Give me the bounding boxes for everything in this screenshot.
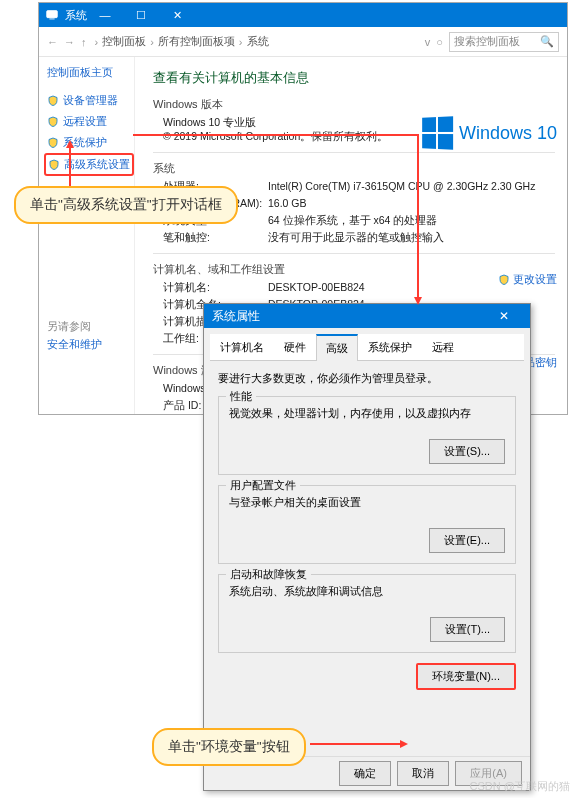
pcname-label: 计算机名: — [163, 281, 268, 295]
cancel-button[interactable]: 取消 — [397, 761, 449, 786]
windows-logo: Windows 10 — [421, 117, 557, 149]
section-name: 计算机名、域和工作组设置 — [153, 262, 555, 277]
sidebar-item-label: 远程设置 — [63, 114, 107, 129]
nav-up-icon[interactable]: ↑ — [81, 36, 87, 48]
system-icon — [45, 8, 59, 22]
sidebar-header[interactable]: 控制面板主页 — [47, 65, 134, 80]
windows-logo-icon — [422, 116, 453, 149]
nav-back-icon[interactable]: ← — [47, 36, 58, 48]
titlebar: 系统 — ☐ ✕ — [39, 3, 567, 27]
sidebar: 控制面板主页 设备管理器 远程设置 系统保护 高级系统设置 — [39, 57, 135, 414]
dialog-titlebar: 系统属性 ✕ — [204, 304, 530, 328]
sidebar-item-label: 高级系统设置 — [64, 157, 130, 172]
dialog-intro: 要进行大多数更改，你必须作为管理员登录。 — [218, 371, 516, 386]
group-profiles: 用户配置文件 与登录帐户相关的桌面设置 设置(E)... — [218, 485, 516, 564]
group-startup: 启动和故障恢复 系统启动、系统故障和调试信息 设置(T)... — [218, 574, 516, 653]
minimize-button[interactable]: — — [87, 3, 123, 27]
ok-button[interactable]: 确定 — [339, 761, 391, 786]
profile-settings-button[interactable]: 设置(E)... — [429, 528, 505, 553]
pen-label: 笔和触控: — [163, 231, 268, 245]
page-title: 查看有关计算机的基本信息 — [153, 69, 555, 87]
maximize-button[interactable]: ☐ — [123, 3, 159, 27]
tab-remote[interactable]: 远程 — [422, 334, 464, 360]
startup-settings-button[interactable]: 设置(T)... — [430, 617, 505, 642]
sidebar-item-label: 系统保护 — [63, 135, 107, 150]
group-performance: 性能 视觉效果，处理器计划，内存使用，以及虚拟内存 设置(S)... — [218, 396, 516, 475]
group-title: 启动和故障恢复 — [226, 567, 311, 582]
dialog-title: 系统属性 — [212, 308, 260, 325]
group-title: 用户配置文件 — [226, 478, 300, 493]
see-also-link[interactable]: 安全和维护 — [47, 338, 102, 352]
tabs: 计算机名 硬件 高级 系统保护 远程 — [210, 334, 524, 361]
shield-icon — [47, 116, 59, 128]
see-also-header: 另请参阅 — [47, 320, 102, 334]
annotation-1: 单击"高级系统设置"打开对话框 — [14, 186, 238, 224]
shield-icon — [48, 159, 60, 171]
window-controls: — ☐ ✕ — [87, 3, 195, 27]
svg-rect-1 — [49, 19, 54, 20]
window-title: 系统 — [65, 8, 87, 23]
perf-settings-button[interactable]: 设置(S)... — [429, 439, 505, 464]
breadcrumb[interactable]: › 控制面板 › 所有控制面板项 › 系统 — [95, 34, 419, 49]
section-version: Windows 版本 — [153, 97, 555, 112]
sidebar-item-label: 设备管理器 — [63, 93, 118, 108]
windows-logo-text: Windows 10 — [459, 123, 557, 144]
shield-icon — [47, 95, 59, 107]
watermark: CSDN @互联网的猫 — [470, 779, 570, 794]
svg-rect-0 — [47, 11, 58, 18]
search-input[interactable]: 搜索控制面板 🔍 — [449, 32, 559, 52]
tab-hardware[interactable]: 硬件 — [274, 334, 316, 360]
close-button[interactable]: ✕ — [159, 3, 195, 27]
shield-icon — [498, 274, 510, 286]
sidebar-item-advanced[interactable]: 高级系统设置 — [44, 153, 134, 176]
group-title: 性能 — [226, 389, 256, 404]
env-variables-button[interactable]: 环境变量(N)... — [416, 663, 516, 690]
annotation-2: 单击"环境变量"按钮 — [152, 728, 306, 766]
profile-desc: 与登录帐户相关的桌面设置 — [229, 496, 505, 510]
search-placeholder: 搜索控制面板 — [454, 34, 520, 49]
bc-item[interactable]: 系统 — [247, 34, 269, 49]
tab-advanced[interactable]: 高级 — [316, 334, 358, 361]
startup-desc: 系统启动、系统故障和调试信息 — [229, 585, 505, 599]
bc-item[interactable]: 所有控制面板项 — [158, 34, 235, 49]
see-also: 另请参阅 安全和维护 — [47, 320, 102, 352]
dialog-body: 要进行大多数更改，你必须作为管理员登录。 性能 视觉效果，处理器计划，内存使用，… — [204, 361, 530, 755]
ram-value: 16.0 GB — [268, 197, 307, 211]
tab-computer-name[interactable]: 计算机名 — [210, 334, 274, 360]
type-value: 64 位操作系统，基于 x64 的处理器 — [268, 214, 437, 228]
sidebar-item-device-manager[interactable]: 设备管理器 — [47, 90, 134, 111]
sidebar-item-remote[interactable]: 远程设置 — [47, 111, 134, 132]
change-settings-link[interactable]: 更改设置 — [498, 273, 557, 287]
cpu-value: Intel(R) Core(TM) i7-3615QM CPU @ 2.30GH… — [268, 180, 535, 194]
perf-desc: 视觉效果，处理器计划，内存使用，以及虚拟内存 — [229, 407, 505, 421]
tab-protection[interactable]: 系统保护 — [358, 334, 422, 360]
system-properties-dialog: 系统属性 ✕ 计算机名 硬件 高级 系统保护 远程 要进行大多数更改，你必须作为… — [203, 303, 531, 791]
shield-icon — [47, 137, 59, 149]
pcname-value: DESKTOP-00EB824 — [268, 281, 365, 295]
navbar: ← → ↑ › 控制面板 › 所有控制面板项 › 系统 v ○ 搜索控制面板 🔍 — [39, 27, 567, 57]
bc-item[interactable]: 控制面板 — [102, 34, 146, 49]
dialog-close-button[interactable]: ✕ — [486, 309, 522, 323]
sidebar-item-protection[interactable]: 系统保护 — [47, 132, 134, 153]
pen-value: 没有可用于此显示器的笔或触控输入 — [268, 231, 444, 245]
nav-forward-icon[interactable]: → — [64, 36, 75, 48]
search-icon: 🔍 — [540, 35, 554, 48]
section-system: 系统 — [153, 161, 555, 176]
